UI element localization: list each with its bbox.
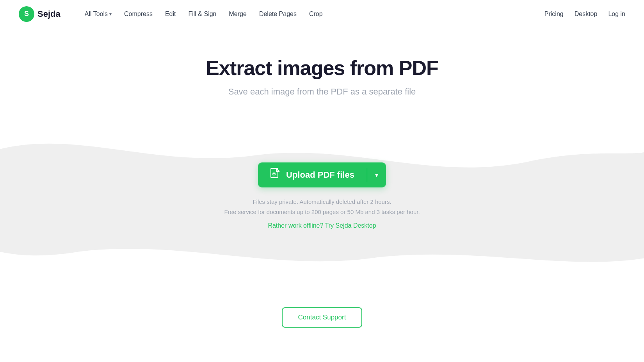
privacy-line2: Free service for documents up to 200 pag… xyxy=(224,207,420,217)
nav-desktop[interactable]: Desktop xyxy=(575,11,598,18)
upload-button-container[interactable]: Upload PDF files ▾ xyxy=(258,162,386,187)
page-title: Extract images from PDF xyxy=(19,56,625,80)
nav-delete-pages[interactable]: Delete Pages xyxy=(254,7,302,21)
logo-link[interactable]: S Sejda xyxy=(19,6,60,22)
upload-section: Upload PDF files ▾ Files stay private. A… xyxy=(0,123,644,284)
contact-support-button[interactable]: Contact Support xyxy=(282,307,363,328)
nav-links: All Tools ▾ Compress Edit Fill & Sign Me… xyxy=(79,7,544,21)
navbar: S Sejda All Tools ▾ Compress Edit Fill &… xyxy=(0,0,644,28)
footer-area: Contact Support xyxy=(0,284,644,343)
nav-pricing[interactable]: Pricing xyxy=(544,11,564,18)
upload-dropdown-button[interactable]: ▾ xyxy=(367,162,386,187)
upload-pdf-button[interactable]: Upload PDF files xyxy=(258,162,367,187)
privacy-info: Files stay private. Automatically delete… xyxy=(224,197,420,229)
privacy-line1: Files stay private. Automatically delete… xyxy=(224,197,420,207)
nav-edit[interactable]: Edit xyxy=(160,7,181,21)
upload-content: Upload PDF files ▾ Files stay private. A… xyxy=(0,162,644,229)
nav-all-tools[interactable]: All Tools ▾ xyxy=(79,7,117,21)
chevron-down-icon: ▾ xyxy=(109,11,112,17)
brand-name: Sejda xyxy=(37,9,60,19)
chevron-down-icon: ▾ xyxy=(375,171,378,179)
upload-button-label: Upload PDF files xyxy=(286,170,354,180)
offline-desktop-link[interactable]: Rather work offline? Try Sejda Desktop xyxy=(268,222,376,229)
nav-fill-sign[interactable]: Fill & Sign xyxy=(183,7,222,21)
hero-section: Extract images from PDF Save each image … xyxy=(0,28,644,116)
hero-subtitle: Save each image from the PDF as a separa… xyxy=(19,87,625,97)
pdf-upload-icon xyxy=(270,168,281,182)
nav-compress[interactable]: Compress xyxy=(119,7,158,21)
nav-merge[interactable]: Merge xyxy=(224,7,252,21)
nav-login[interactable]: Log in xyxy=(608,11,625,18)
logo-icon: S xyxy=(19,6,34,22)
nav-right: Pricing Desktop Log in xyxy=(544,11,625,18)
nav-crop[interactable]: Crop xyxy=(304,7,328,21)
